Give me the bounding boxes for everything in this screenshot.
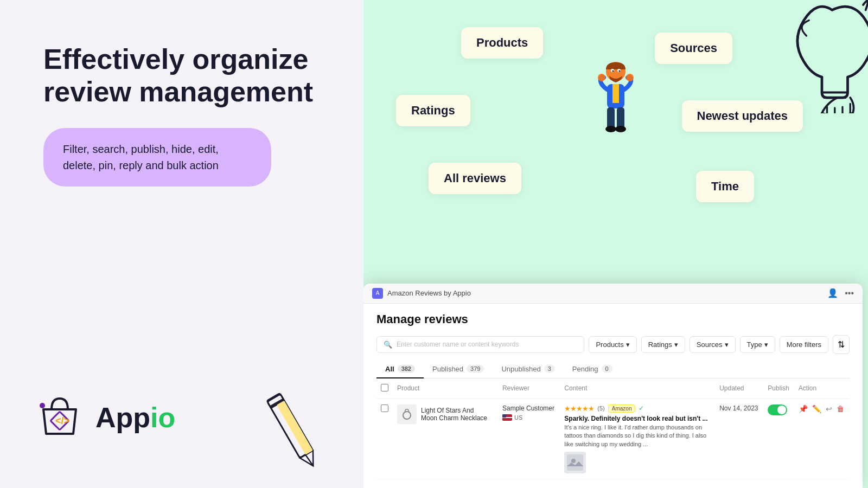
search-box[interactable]: 🔍 Enter customer name or content keyword… <box>376 336 584 353</box>
svg-rect-25 <box>567 454 583 471</box>
more-icon[interactable]: ••• <box>845 288 854 298</box>
svg-rect-13 <box>612 84 619 103</box>
app-title-left: A Amazon Reviews by Appio <box>372 288 471 299</box>
tab-pending-count: 0 <box>602 365 612 373</box>
product-cell: Light Of Stars And Moon Charm Necklace <box>397 404 494 424</box>
tab-unpublished-count: 3 <box>544 365 555 373</box>
user-icon[interactable]: 👤 <box>827 288 838 298</box>
review-image-thumb <box>564 452 586 473</box>
filter-bar: 🔍 Enter customer name or content keyword… <box>376 335 850 354</box>
pencil-illustration <box>266 380 331 488</box>
svg-point-19 <box>615 126 626 132</box>
app-body: Manage reviews 🔍 Enter customer name or … <box>363 304 863 488</box>
character-illustration <box>594 60 637 157</box>
app-titlebar: A Amazon Reviews by Appio 👤 ••• <box>363 284 863 304</box>
reviewer-cell: Sample Customer US <box>502 404 556 421</box>
svg-point-23 <box>619 70 621 72</box>
content-cell: ★★★★★ (5) Amazon ✓ Sparkly. Definitely d… <box>564 404 711 473</box>
action-icons: 📌 ✏️ ↩ 🗑 <box>799 404 845 413</box>
svg-point-2 <box>40 403 45 408</box>
tab-all[interactable]: All 382 <box>376 361 424 378</box>
main-headline: Effectively organize review management <box>43 43 331 108</box>
tab-all-count: 382 <box>398 365 415 373</box>
feature-card-ratings: Ratings <box>396 95 470 126</box>
svg-point-14 <box>598 74 605 81</box>
review-title: Sparkly. Definitely doesn't look real bu… <box>564 415 711 422</box>
feature-card-products: Products <box>461 27 543 59</box>
product-name: Light Of Stars And Moon Charm Necklace <box>421 407 492 422</box>
pin-icon[interactable]: 📌 <box>799 404 808 413</box>
search-icon: 🔍 <box>384 341 392 349</box>
source-badge: Amazon <box>608 404 636 413</box>
review-snippet: It's a nice ring. I like it. I'd rather … <box>564 423 711 448</box>
lightbulb-illustration <box>770 0 868 113</box>
type-filter-btn[interactable]: Type ▾ <box>740 336 775 353</box>
tab-unpublished[interactable]: Unpublished 3 <box>493 361 563 378</box>
star-rating: ★★★★★ <box>564 404 594 413</box>
product-thumb <box>397 404 417 424</box>
edit-icon[interactable]: ✏️ <box>812 404 821 413</box>
sort-btn[interactable]: ⇅ <box>833 335 850 354</box>
logo-icon: </> <box>33 390 87 445</box>
tab-published[interactable]: Published 379 <box>424 361 493 378</box>
search-placeholder: Enter customer name or content keywords <box>397 341 519 348</box>
subtitle-box: Filter, search, publish, hide, edit, del… <box>43 128 271 187</box>
col-action: Action <box>794 378 850 399</box>
table-row: Light Of Stars And Moon Charm Necklace S… <box>376 399 850 479</box>
logo-text: Appio <box>95 401 175 434</box>
row-checkbox[interactable] <box>381 404 388 412</box>
updated-date: Nov 14, 2023 <box>719 404 758 412</box>
flag-icon <box>502 414 512 421</box>
col-updated: Updated <box>715 378 763 399</box>
svg-point-22 <box>612 70 614 72</box>
app-title: Amazon Reviews by Appio <box>387 289 471 297</box>
feature-card-newest: Newest updates <box>682 100 803 132</box>
app-favicon: A <box>372 288 383 299</box>
svg-point-24 <box>403 412 411 419</box>
feature-card-all-reviews: All reviews <box>429 163 521 194</box>
ratings-filter-btn[interactable]: Ratings ▾ <box>641 336 685 353</box>
app-title-right: 👤 ••• <box>827 288 854 298</box>
reviewer-name: Sample Customer <box>502 404 556 412</box>
publish-toggle[interactable] <box>768 404 787 415</box>
review-tabs: All 382 Published 379 Unpublished 3 Pend… <box>376 361 850 378</box>
products-filter-btn[interactable]: Products ▾ <box>589 336 636 353</box>
verified-badge: ✓ <box>639 404 644 412</box>
svg-text:</>: </> <box>55 415 69 426</box>
left-panel: Effectively organize review management F… <box>0 0 363 488</box>
reviews-table: Product Reviewer Content Updated Publish <box>376 378 850 479</box>
reply-icon[interactable]: ↩ <box>826 404 832 413</box>
svg-point-15 <box>626 74 634 81</box>
feature-card-time: Time <box>696 171 754 202</box>
sources-filter-btn[interactable]: Sources ▾ <box>690 336 736 353</box>
feature-card-sources: Sources <box>655 33 732 64</box>
app-window: A Amazon Reviews by Appio 👤 ••• Manage r… <box>363 284 863 488</box>
col-publish: Publish <box>763 378 794 399</box>
delete-icon[interactable]: 🗑 <box>837 404 844 413</box>
review-count: (5) <box>597 405 604 412</box>
svg-point-26 <box>571 459 576 463</box>
select-all-checkbox[interactable] <box>381 384 388 391</box>
svg-point-18 <box>605 126 616 132</box>
reviewer-country: US <box>502 414 556 421</box>
tab-published-count: 379 <box>467 365 484 373</box>
col-reviewer: Reviewer <box>498 378 560 399</box>
col-content: Content <box>560 378 715 399</box>
more-filters-btn[interactable]: More filters <box>780 336 828 353</box>
logo-area: </> Appio <box>33 390 175 445</box>
manage-reviews-title: Manage reviews <box>376 312 850 326</box>
svg-line-7 <box>305 454 313 467</box>
right-panel: Products Sources Ratings Newest updates … <box>363 0 868 488</box>
tab-pending[interactable]: Pending 0 <box>564 361 621 378</box>
subtitle-text: Filter, search, publish, hide, edit, del… <box>63 141 252 174</box>
col-product: Product <box>393 378 498 399</box>
